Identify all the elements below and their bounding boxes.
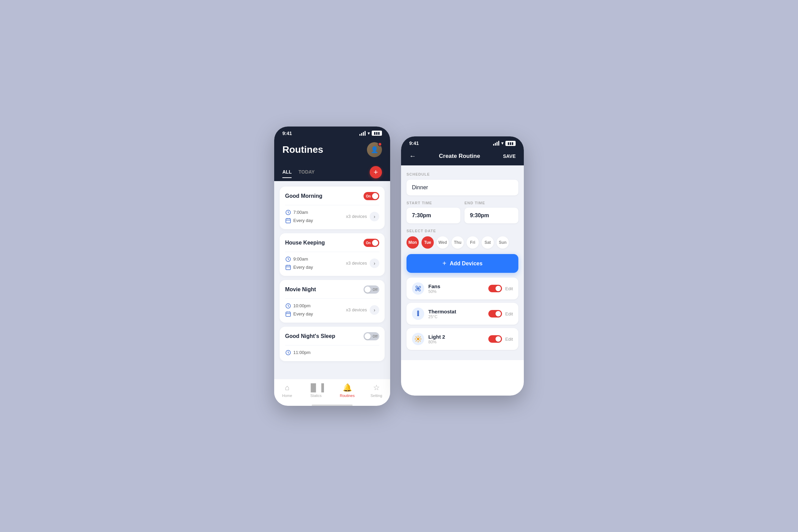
device-card-light2: Light 2 80% Edit: [407, 328, 518, 350]
nav-label-routines: Routines: [340, 394, 354, 398]
time-row: START TIME 7:30pm END TIME 9:30pm: [407, 201, 518, 223]
svg-point-10: [417, 338, 419, 340]
phone-create-routine: 9:41 ▾ ▮▮▮ ← Create Routine SAVE SCHEDUL…: [401, 136, 524, 396]
routine-name: House Keeping: [285, 240, 325, 246]
routine-toggle-house-keeping[interactable]: On: [364, 239, 379, 247]
day-pill-sun[interactable]: Sun: [497, 236, 509, 249]
routines-content: Good Morning On 7:00am Every day: [274, 181, 390, 379]
end-time-picker[interactable]: 9:30pm: [464, 208, 518, 223]
calendar-icon: [285, 218, 291, 224]
svg-line-17: [419, 337, 420, 337]
add-devices-button[interactable]: + Add Devices: [407, 254, 518, 273]
signal-icon: [359, 131, 366, 136]
time-row: 9:00am: [285, 256, 313, 262]
device-card-fans: Fans 50% Edit: [407, 278, 518, 299]
toggle-knob: [372, 240, 378, 246]
start-time-picker[interactable]: 7:30pm: [407, 208, 460, 223]
light2-edit-button[interactable]: Edit: [505, 337, 513, 342]
routine-chevron[interactable]: ›: [370, 212, 379, 221]
routines-nav-icon: 🔔: [343, 383, 352, 392]
routine-time: 10:00pm: [293, 303, 311, 308]
routine-footer: 10:00pm Every day x3 devices ›: [285, 303, 379, 317]
schedule-label: SCHEDULE: [407, 172, 518, 176]
nav-item-statics[interactable]: ▐▌▐ Statics: [308, 383, 324, 398]
save-button[interactable]: SAVE: [503, 153, 516, 159]
nav-label-statics: Statics: [310, 394, 322, 398]
time-row: 7:00am: [285, 209, 313, 216]
toggle-label-off: Off: [373, 287, 378, 291]
routine-chevron[interactable]: ›: [370, 258, 379, 268]
statics-nav-icon: ▐▌▐: [308, 383, 324, 392]
day-pill-thu[interactable]: Thu: [452, 236, 464, 249]
create-routine-content: SCHEDULE START TIME 7:30pm END TIME 9:30…: [401, 165, 524, 360]
date-section: SELECT DATE Mon Tue Wed Thu Fri Sat Sun: [407, 229, 518, 249]
start-time-label: START TIME: [407, 201, 460, 205]
routine-card-good-nights-sleep: Good Night's Sleep Off 11:00pm: [280, 327, 385, 361]
schedule-name-input[interactable]: [407, 180, 518, 195]
routine-toggle-movie-night[interactable]: Off: [364, 285, 379, 294]
fans-value: 50%: [428, 289, 484, 294]
device-count: x3 devices: [346, 307, 367, 312]
fans-edit-button[interactable]: Edit: [505, 286, 513, 291]
day-pill-mon[interactable]: Mon: [407, 236, 419, 249]
toggle-knob: [365, 333, 371, 339]
avatar[interactable]: 👤: [367, 142, 382, 157]
add-devices-label: Add Devices: [450, 261, 483, 267]
thermostat-toggle[interactable]: [488, 310, 502, 317]
time-row: 11:00pm: [285, 350, 379, 356]
nav-item-setting[interactable]: ☆ Setting: [370, 383, 382, 398]
routine-chevron[interactable]: ›: [370, 305, 379, 315]
routine-toggle-good-morning[interactable]: On: [364, 192, 379, 200]
toggle-knob: [365, 286, 371, 293]
tabs-bar: ALL TODAY +: [274, 164, 390, 181]
calendar-icon: [285, 311, 291, 317]
device-card-thermostat: Thermostat 25°C Edit: [407, 303, 518, 325]
svg-line-16: [419, 340, 420, 341]
routine-repeat: Every day: [293, 311, 313, 316]
svg-point-7: [417, 287, 419, 290]
light2-svg: [414, 335, 422, 343]
status-bar-right: 9:41 ▾ ▮▮▮: [401, 136, 524, 149]
nav-item-routines[interactable]: 🔔 Routines: [340, 383, 354, 398]
add-routine-button[interactable]: +: [370, 166, 382, 178]
svg-rect-3: [286, 265, 291, 270]
device-count: x3 devices: [346, 214, 367, 219]
day-pill-tue[interactable]: Tue: [422, 236, 434, 249]
repeat-row: Every day: [285, 264, 313, 270]
routine-info: 7:00am Every day: [285, 209, 313, 224]
time-row: 10:00pm: [285, 303, 313, 309]
thermostat-actions: Edit: [488, 310, 513, 317]
fans-actions: Edit: [488, 285, 513, 292]
light2-toggle[interactable]: [488, 335, 502, 343]
phone-routines: 9:41 ▾ ▮▮▮ Routines 👤 ALL TODAY +: [274, 127, 390, 406]
battery-icon: ▮▮▮: [505, 141, 516, 146]
day-pill-sat[interactable]: Sat: [482, 236, 494, 249]
fans-toggle[interactable]: [488, 285, 502, 292]
tab-all[interactable]: ALL: [282, 169, 292, 178]
fans-info: Fans 50%: [428, 283, 484, 294]
thermostat-svg: [414, 310, 422, 317]
clock-icon: [285, 209, 291, 216]
routine-time: 11:00pm: [293, 350, 311, 355]
routine-name: Movie Night: [285, 286, 316, 293]
routine-card-house-keeping: House Keeping On 9:00am Every day: [280, 233, 385, 276]
nav-item-home[interactable]: ⌂ Home: [282, 383, 292, 398]
signal-icon: [493, 141, 499, 146]
day-pill-fri[interactable]: Fri: [467, 236, 479, 249]
back-button[interactable]: ←: [409, 152, 416, 160]
day-pills: Mon Tue Wed Thu Fri Sat Sun: [407, 236, 518, 249]
fans-name: Fans: [428, 283, 484, 289]
create-routine-title: Create Routine: [439, 153, 480, 160]
tab-today[interactable]: TODAY: [298, 169, 314, 178]
routine-header: Good Morning On: [285, 192, 379, 200]
clock-icon: [285, 303, 291, 309]
toggle-knob: [372, 193, 378, 199]
routine-time: 7:00am: [293, 210, 308, 215]
bottom-nav: ⌂ Home ▐▌▐ Statics 🔔 Routines ☆ Setting: [274, 379, 390, 403]
routine-toggle-good-nights-sleep[interactable]: Off: [364, 332, 379, 340]
fans-icon: [412, 282, 424, 295]
routine-repeat: Every day: [293, 265, 313, 270]
svg-line-15: [416, 337, 416, 337]
day-pill-wed[interactable]: Wed: [437, 236, 449, 249]
thermostat-edit-button[interactable]: Edit: [505, 311, 513, 316]
